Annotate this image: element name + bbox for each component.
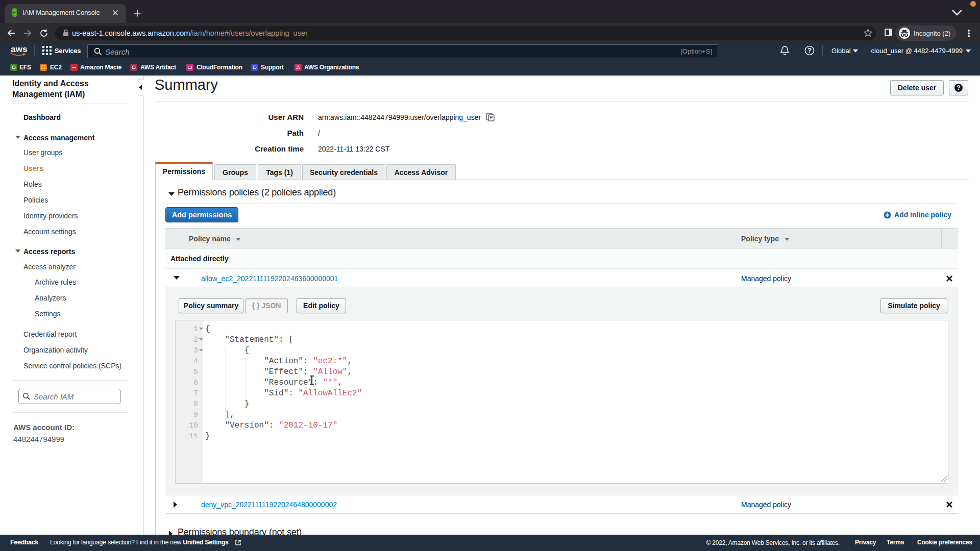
svg-text:?: ? [957, 84, 960, 91]
